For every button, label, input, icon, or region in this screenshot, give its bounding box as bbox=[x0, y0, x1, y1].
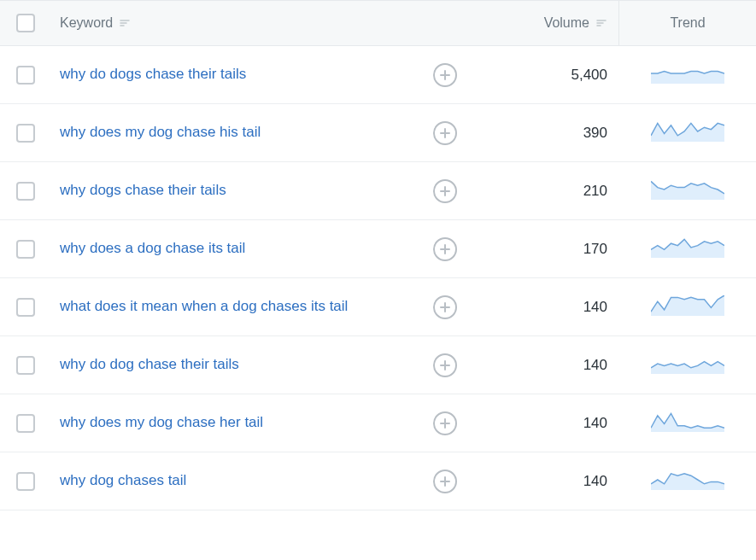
table-row: why dogs chase their tails 210 bbox=[0, 162, 756, 220]
row-checkbox[interactable] bbox=[16, 66, 35, 85]
row-checkbox-cell bbox=[0, 356, 51, 375]
header-trend-label: Trend bbox=[670, 15, 705, 31]
keyword-link[interactable]: why do dogs chase their tails bbox=[60, 65, 246, 85]
row-checkbox[interactable] bbox=[16, 414, 35, 433]
volume-cell: 390 bbox=[471, 125, 619, 142]
add-cell bbox=[419, 176, 471, 203]
trend-sparkline bbox=[651, 470, 724, 493]
trend-sparkline bbox=[651, 179, 724, 203]
add-keyword-button[interactable] bbox=[433, 470, 457, 493]
keyword-cell: why do dogs chase their tails bbox=[51, 65, 419, 85]
header-volume[interactable]: Volume bbox=[470, 15, 618, 31]
keyword-table: Keyword Volume Trend why do dogs chase t… bbox=[0, 0, 756, 510]
volume-cell: 140 bbox=[471, 299, 619, 316]
add-cell bbox=[419, 118, 471, 145]
volume-value: 140 bbox=[583, 415, 607, 432]
keyword-cell: why do dog chase their tails bbox=[51, 355, 419, 375]
add-keyword-button[interactable] bbox=[433, 295, 457, 319]
trend-cell bbox=[619, 179, 756, 203]
volume-cell: 210 bbox=[471, 183, 619, 200]
table-row: what does it mean when a dog chases its … bbox=[0, 278, 756, 336]
table-body: why do dogs chase their tails 5,400 why … bbox=[0, 46, 756, 510]
keyword-cell: why does a dog chase its tail bbox=[51, 239, 419, 259]
keyword-link[interactable]: why dogs chase their tails bbox=[60, 181, 226, 201]
keyword-link[interactable]: why does my dog chase his tail bbox=[60, 123, 261, 143]
trend-cell bbox=[619, 411, 756, 435]
row-checkbox[interactable] bbox=[16, 124, 35, 143]
volume-cell: 140 bbox=[471, 473, 619, 490]
add-cell bbox=[419, 292, 471, 319]
trend-sparkline bbox=[651, 295, 724, 319]
trend-sparkline bbox=[651, 411, 724, 435]
add-keyword-button[interactable] bbox=[433, 411, 457, 435]
row-checkbox[interactable] bbox=[16, 240, 35, 259]
add-cell bbox=[419, 466, 471, 493]
trend-sparkline bbox=[651, 63, 724, 87]
header-keyword-label: Keyword bbox=[60, 15, 113, 31]
keyword-link[interactable]: why does a dog chase its tail bbox=[60, 239, 245, 259]
row-checkbox[interactable] bbox=[16, 472, 35, 491]
table-row: why do dogs chase their tails 5,400 bbox=[0, 46, 756, 104]
trend-sparkline bbox=[651, 353, 724, 377]
add-keyword-button[interactable] bbox=[433, 121, 457, 145]
keyword-link[interactable]: why dog chases tail bbox=[60, 471, 186, 491]
row-checkbox-cell bbox=[0, 182, 51, 201]
row-checkbox-cell bbox=[0, 124, 51, 143]
sort-icon bbox=[120, 18, 130, 28]
row-checkbox-cell bbox=[0, 472, 51, 491]
volume-cell: 5,400 bbox=[471, 67, 619, 84]
table-row: why dog chases tail 140 bbox=[0, 452, 756, 510]
add-keyword-button[interactable] bbox=[433, 353, 457, 377]
add-keyword-button[interactable] bbox=[433, 179, 457, 203]
volume-cell: 140 bbox=[471, 415, 619, 432]
row-checkbox-cell bbox=[0, 298, 51, 317]
add-keyword-button[interactable] bbox=[433, 63, 457, 87]
row-checkbox[interactable] bbox=[16, 298, 35, 317]
row-checkbox-cell bbox=[0, 66, 51, 85]
trend-cell bbox=[619, 121, 756, 145]
volume-value: 140 bbox=[583, 357, 607, 374]
keyword-cell: why dog chases tail bbox=[51, 471, 419, 491]
row-checkbox-cell bbox=[0, 414, 51, 433]
keyword-link[interactable]: why does my dog chase her tail bbox=[60, 413, 263, 433]
add-keyword-button[interactable] bbox=[433, 237, 457, 261]
add-cell bbox=[419, 408, 471, 435]
trend-cell bbox=[619, 237, 756, 261]
select-all-checkbox[interactable] bbox=[16, 14, 35, 32]
volume-value: 5,400 bbox=[571, 67, 607, 84]
keyword-link[interactable]: why do dog chase their tails bbox=[60, 355, 239, 375]
keyword-cell: why does my dog chase his tail bbox=[51, 123, 419, 143]
trend-sparkline bbox=[651, 237, 724, 261]
volume-cell: 170 bbox=[471, 241, 619, 258]
trend-cell bbox=[619, 353, 756, 377]
volume-value: 210 bbox=[583, 183, 607, 200]
row-checkbox[interactable] bbox=[16, 356, 35, 375]
header-keyword[interactable]: Keyword bbox=[51, 15, 419, 31]
keyword-link[interactable]: what does it mean when a dog chases its … bbox=[60, 297, 348, 317]
trend-sparkline bbox=[651, 121, 724, 145]
keyword-cell: why dogs chase their tails bbox=[51, 181, 419, 201]
trend-cell bbox=[619, 63, 756, 87]
row-checkbox[interactable] bbox=[16, 182, 35, 201]
volume-value: 170 bbox=[583, 241, 607, 258]
sort-icon bbox=[596, 18, 607, 28]
add-cell bbox=[419, 350, 471, 377]
table-header: Keyword Volume Trend bbox=[0, 0, 756, 46]
table-row: why does my dog chase her tail 140 bbox=[0, 394, 756, 452]
header-volume-label: Volume bbox=[544, 15, 589, 31]
table-row: why do dog chase their tails 140 bbox=[0, 336, 756, 394]
trend-cell bbox=[619, 295, 756, 319]
table-row: why does my dog chase his tail 390 bbox=[0, 104, 756, 162]
add-cell bbox=[419, 60, 471, 87]
table-row: why does a dog chase its tail 170 bbox=[0, 220, 756, 278]
volume-cell: 140 bbox=[471, 357, 619, 374]
volume-value: 390 bbox=[583, 125, 607, 142]
keyword-cell: what does it mean when a dog chases its … bbox=[51, 297, 419, 317]
volume-value: 140 bbox=[583, 299, 607, 316]
keyword-cell: why does my dog chase her tail bbox=[51, 413, 419, 433]
row-checkbox-cell bbox=[0, 240, 51, 259]
volume-value: 140 bbox=[583, 473, 607, 490]
trend-cell bbox=[619, 470, 756, 493]
header-trend[interactable]: Trend bbox=[618, 1, 756, 45]
add-cell bbox=[419, 234, 471, 261]
